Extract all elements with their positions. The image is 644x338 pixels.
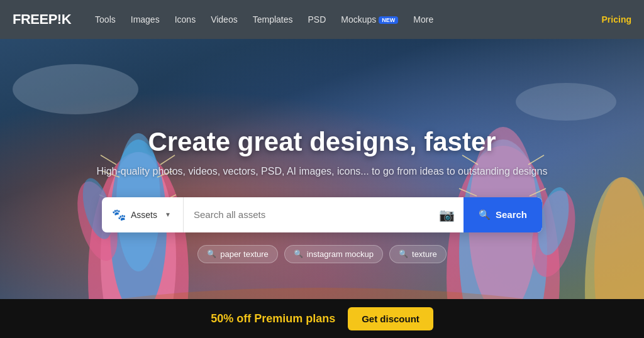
dropdown-arrow-icon: ▼ [165, 211, 171, 218]
search-tag-label: texture [412, 249, 437, 259]
nav-links: ToolsImagesIconsVideosTemplatesPSDMockup… [95, 14, 584, 25]
search-button[interactable]: 🔍 Search [464, 197, 542, 232]
hero-content: Create great designs, faster High-qualit… [0, 39, 644, 338]
search-tags: 🔍paper texture🔍instagram mockup🔍texture [197, 245, 447, 263]
search-icon: 🔍 [479, 209, 491, 221]
nav-link-mockups[interactable]: MockupsNEW [341, 14, 398, 25]
nav-link-videos[interactable]: Videos [211, 14, 238, 25]
nav-link-more[interactable]: More [413, 14, 433, 25]
search-category-label: Assets [131, 210, 157, 220]
search-tag-icon: 🔍 [294, 249, 303, 258]
search-input[interactable] [184, 209, 433, 220]
hero-title: Create great designs, faster [148, 127, 496, 157]
search-tag-instagram-mockup[interactable]: 🔍instagram mockup [284, 245, 383, 263]
nav-link-tools[interactable]: Tools [95, 14, 116, 25]
search-tag-label: instagram mockup [307, 249, 374, 259]
logo[interactable]: FREEP!K [13, 11, 71, 28]
nav-link-psd[interactable]: PSD [308, 14, 326, 25]
search-tag-paper-texture[interactable]: 🔍paper texture [197, 245, 278, 263]
search-tag-texture[interactable]: 🔍texture [389, 245, 447, 263]
bottom-banner: 50% off Premium plans Get discount [0, 299, 644, 338]
nav-link-templates[interactable]: Templates [253, 14, 293, 25]
badge-mockups: NEW [379, 16, 398, 24]
search-tag-label: paper texture [220, 249, 269, 259]
nav-link-images[interactable]: Images [131, 14, 160, 25]
search-tag-icon: 🔍 [399, 249, 408, 258]
search-tag-icon: 🔍 [207, 249, 216, 258]
hero-subtitle: High-quality photos, videos, vectors, PS… [97, 166, 548, 177]
pricing-link[interactable]: Pricing [602, 14, 631, 25]
search-bar: 🐾 Assets ▼ 📷 🔍 Search [102, 197, 542, 232]
banner-text: 50% off Premium plans [211, 312, 335, 325]
nav-link-icons[interactable]: Icons [175, 14, 196, 25]
search-category-dropdown[interactable]: 🐾 Assets ▼ [102, 197, 184, 232]
search-button-label: Search [496, 209, 527, 220]
image-search-button[interactable]: 📷 [433, 201, 461, 229]
navbar: FREEP!K ToolsImagesIconsVideosTemplatesP… [0, 0, 644, 39]
camera-icon: 📷 [439, 207, 455, 222]
assets-icon: 🐾 [112, 208, 126, 222]
get-discount-button[interactable]: Get discount [348, 307, 433, 330]
